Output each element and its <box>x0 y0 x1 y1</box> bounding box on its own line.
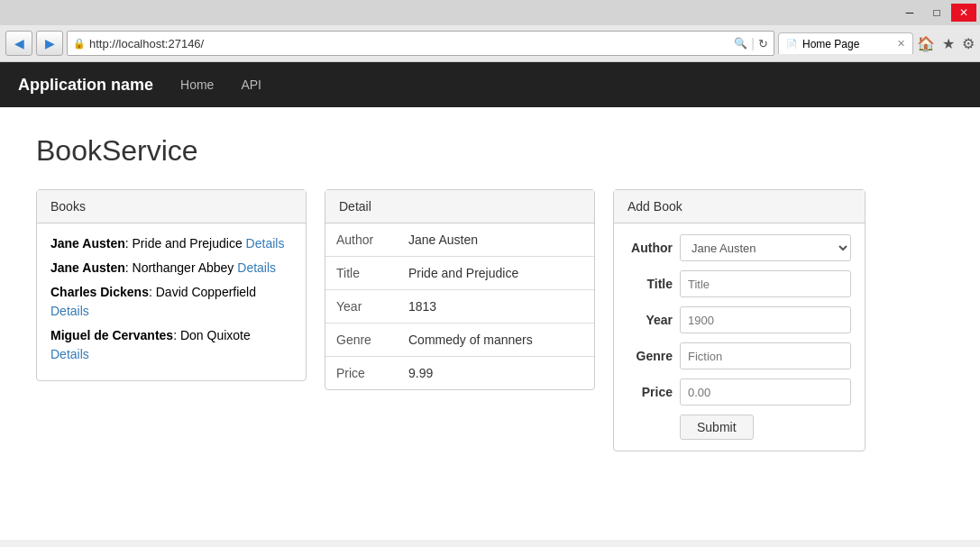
address-input[interactable] <box>89 37 730 50</box>
author-label: Author <box>627 241 673 255</box>
genre-label: Genre <box>627 349 673 363</box>
tab-close-button[interactable]: ✕ <box>897 38 905 50</box>
title-input[interactable] <box>680 270 851 297</box>
field-value: 1813 <box>398 290 594 324</box>
field-label: Genre <box>325 324 398 357</box>
author-select[interactable]: Jane Austen Charles Dickens Miguel de Ce… <box>680 234 851 261</box>
separator: | <box>751 36 755 50</box>
books-panel-body: Jane Austen: Pride and Prejudice Details… <box>37 223 306 380</box>
page-content: BookService Books Jane Austen: Pride and… <box>0 107 980 540</box>
genre-row: Genre <box>627 342 851 369</box>
list-item: Jane Austen: Northanger Abbey Details <box>50 259 292 278</box>
books-panel-header: Books <box>37 190 306 223</box>
detail-panel-body: Author Jane Austen Title Pride and Preju… <box>325 223 594 389</box>
field-value: Commedy of manners <box>398 324 594 357</box>
browser-tab[interactable]: 📄 Home Page ✕ <box>778 32 913 54</box>
field-value: 9.99 <box>398 357 594 390</box>
nav-link-home[interactable]: Home <box>180 77 214 92</box>
address-bar: 🔒 🔍 | ↻ <box>67 31 774 56</box>
home-icon-button[interactable]: 🏠 <box>917 35 935 52</box>
submit-button[interactable]: Submit <box>680 415 754 440</box>
browser-chrome: ─ □ ✕ ◀ ▶ 🔒 🔍 | ↻ 📄 Home Page ✕ 🏠 ★ ⚙ <box>0 0 980 62</box>
book-details-link[interactable]: Details <box>50 304 89 318</box>
add-book-panel: Add Book Author Jane Austen Charles Dick… <box>613 189 866 451</box>
field-label: Title <box>325 257 398 290</box>
field-label: Price <box>325 357 398 390</box>
price-row: Price <box>627 378 851 406</box>
nav-link-api[interactable]: API <box>241 77 261 92</box>
book-details-link[interactable]: Details <box>50 347 89 361</box>
maximize-button[interactable]: □ <box>924 4 949 22</box>
year-row: Year <box>627 306 851 333</box>
detail-panel-header: Detail <box>325 190 594 223</box>
book-details-link[interactable]: Details <box>246 236 285 251</box>
book-title: Don Quixote <box>180 328 251 342</box>
table-row: Year 1813 <box>325 290 594 324</box>
book-author: Charles Dickens <box>50 285 149 299</box>
address-icon: 🔒 <box>73 38 86 50</box>
page-title: BookService <box>36 134 944 168</box>
detail-panel: Detail Author Jane Austen Title Pride an… <box>325 189 595 390</box>
add-book-panel-header: Add Book <box>614 190 865 223</box>
field-label: Author <box>325 223 398 257</box>
table-row: Price 9.99 <box>325 357 594 390</box>
add-book-panel-body: Author Jane Austen Charles Dickens Migue… <box>614 223 865 451</box>
price-label: Price <box>627 385 673 399</box>
books-panel: Books Jane Austen: Pride and Prejudice D… <box>36 189 307 381</box>
title-row: Title <box>627 270 851 297</box>
close-button[interactable]: ✕ <box>951 4 976 22</box>
back-button[interactable]: ◀ <box>5 31 32 56</box>
genre-input[interactable] <box>680 342 851 369</box>
minimize-button[interactable]: ─ <box>897 4 922 22</box>
year-input[interactable] <box>680 306 851 333</box>
table-row: Author Jane Austen <box>325 223 594 257</box>
table-row: Title Pride and Prejudice <box>325 257 594 290</box>
field-value: Jane Austen <box>398 223 594 257</box>
book-author: Jane Austen <box>50 260 125 275</box>
book-title: Pride and Prejudice <box>133 236 243 251</box>
list-item: Jane Austen: Pride and Prejudice Details <box>50 234 292 253</box>
price-input[interactable] <box>680 378 851 406</box>
field-value: Pride and Prejudice <box>398 257 594 290</box>
book-title: David Copperfield <box>156 285 256 299</box>
submit-row: Submit <box>627 415 851 440</box>
settings-icon-button[interactable]: ⚙ <box>962 35 975 52</box>
forward-button[interactable]: ▶ <box>36 31 63 56</box>
refresh-button[interactable]: ↻ <box>758 37 768 50</box>
detail-table: Author Jane Austen Title Pride and Preju… <box>325 223 594 389</box>
app-navbar: Application name Home API <box>0 62 980 107</box>
title-bar: ─ □ ✕ <box>0 0 980 25</box>
year-label: Year <box>627 313 673 327</box>
app-brand: Application name <box>18 76 153 95</box>
book-author: Jane Austen <box>50 236 125 251</box>
book-details-link[interactable]: Details <box>237 260 276 275</box>
book-title: Northanger Abbey <box>133 260 234 275</box>
author-row: Author Jane Austen Charles Dickens Migue… <box>627 234 851 261</box>
tab-title: Home Page <box>802 38 859 50</box>
table-row: Genre Commedy of manners <box>325 324 594 357</box>
favorites-icon-button[interactable]: ★ <box>942 35 955 52</box>
list-item: Miguel de Cervantes: Don Quixote Details <box>50 326 292 364</box>
field-label: Year <box>325 290 398 324</box>
title-label: Title <box>627 277 673 291</box>
book-author: Miguel de Cervantes <box>50 328 173 342</box>
list-item: Charles Dickens: David Copperfield Detai… <box>50 283 292 321</box>
navigation-bar: ◀ ▶ 🔒 🔍 | ↻ 📄 Home Page ✕ 🏠 ★ ⚙ <box>0 25 980 61</box>
search-button[interactable]: 🔍 <box>734 37 747 50</box>
panels-container: Books Jane Austen: Pride and Prejudice D… <box>36 189 944 451</box>
tab-favicon: 📄 <box>786 39 797 49</box>
